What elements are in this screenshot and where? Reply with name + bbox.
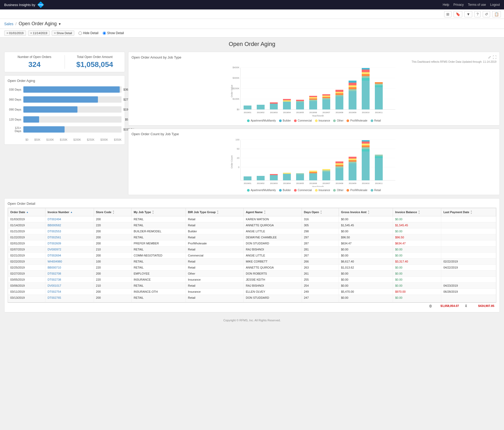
snapshot-button[interactable]: 📋: [492, 11, 501, 17]
invoice-link[interactable]: DT002765: [48, 296, 61, 299]
svg-rect-115: [362, 147, 370, 149]
col-header-invoice-number[interactable]: Invoice Number▲: [45, 208, 94, 216]
col-header-store-code[interactable]: Store Code▲▼: [94, 208, 132, 216]
invoice-link[interactable]: DT002553: [48, 230, 61, 233]
col-header-agent-name[interactable]: Agent Name▲▼: [244, 208, 302, 216]
page-title-dropdown-arrow[interactable]: ▾: [59, 22, 61, 26]
kpi-orders-label: Number of Open Orders: [9, 55, 60, 59]
table-header-row: Order Date▲Invoice Number▲Store Code▲▼My…: [8, 208, 496, 216]
svg-rect-90: [296, 174, 304, 180]
cell-9: 04/23/2019: [441, 283, 496, 289]
bar-track: $155.5K: [23, 126, 122, 133]
invoice-link[interactable]: BB000710: [48, 266, 61, 269]
breadcrumb-parent[interactable]: Sales: [4, 22, 13, 26]
invoice-link[interactable]: BB000582: [48, 224, 61, 227]
cell-7: $96.50: [339, 234, 393, 240]
cell-2: 210: [94, 247, 132, 253]
svg-text:$100K: $100K: [233, 98, 239, 100]
cell-7: $634.47: [339, 240, 393, 247]
legend-item: Builder: [279, 189, 291, 192]
invoice-link[interactable]: DV000972: [48, 248, 61, 251]
hide-detail-label[interactable]: Hide Detail: [78, 31, 98, 35]
col-header-order-date[interactable]: Order Date▲: [8, 208, 45, 216]
invoice-link[interactable]: DT002738: [48, 278, 61, 281]
svg-rect-45: [335, 92, 343, 93]
privacy-link[interactable]: Privacy: [453, 3, 464, 7]
cell-0: 03/13/2019: [8, 295, 45, 301]
logout-link[interactable]: Logout: [490, 3, 500, 7]
invoice-link[interactable]: DT002754: [48, 290, 61, 293]
legend-label: Pro/Wholesale: [350, 189, 367, 192]
cell-1: DT002708: [45, 271, 94, 277]
aging-bar-row: 120 Days $59.2K: [8, 116, 122, 123]
table-row: 03/06/2019DV001017210RETAILRetailRAJ BIS…: [8, 283, 496, 289]
cell-8: $0.00: [393, 216, 441, 222]
invoice-link[interactable]: WH004980: [48, 260, 62, 263]
cell-4: Retail: [186, 295, 244, 301]
invoice-link[interactable]: DT002494: [48, 218, 61, 221]
invoice-link[interactable]: DT002561: [48, 236, 61, 239]
col-header-my-job-type[interactable]: My Job Type▲▼: [132, 208, 186, 216]
col-header-last-payment-date[interactable]: Last Payment Date▲▼: [441, 208, 496, 216]
cell-3: RETAIL: [132, 216, 186, 222]
cell-2: 220: [94, 222, 132, 228]
show-detail-filter[interactable]: = Show Detail: [52, 30, 74, 36]
cell-5: RAJ BISHNOI: [244, 283, 302, 289]
svg-text:Order Value: Order Value: [230, 85, 233, 97]
terms-link[interactable]: Terms of use: [468, 3, 486, 7]
date-start-filter[interactable]: = 01/01/2019: [4, 30, 26, 36]
cell-9: [441, 277, 496, 283]
svg-rect-59: [362, 72, 370, 74]
filter-button[interactable]: ▼: [464, 11, 472, 17]
legend-item: Retail: [371, 189, 381, 192]
cell-5: DEWAYNE CHAMBLEE: [244, 234, 302, 240]
cell-4: Insurance: [186, 277, 244, 283]
invoice-link[interactable]: DV001017: [48, 284, 61, 287]
cell-1: DT002754: [45, 289, 94, 295]
add-button[interactable]: ⊞: [444, 11, 452, 17]
svg-rect-57: [362, 76, 370, 78]
chart1-fullscreen-icon[interactable]: ⛶: [493, 55, 496, 59]
svg-rect-26: [296, 102, 304, 109]
svg-text:$300K: $300K: [233, 77, 239, 79]
cell-1: DT002553: [45, 228, 94, 234]
table-row: 01/22/2019DT002561200RETAILRetailDEWAYNE…: [8, 234, 496, 240]
cell-8: $0.00: [393, 265, 441, 271]
chart1-expand-icon[interactable]: ⤢: [488, 55, 491, 59]
invoice-link[interactable]: DT002708: [48, 272, 61, 275]
date-end-filter[interactable]: = 11/14/2019: [28, 30, 50, 36]
help-button[interactable]: ?: [474, 11, 481, 17]
svg-text:Order Count: Order Count: [230, 155, 233, 169]
refresh-button[interactable]: ↺: [483, 11, 490, 17]
legend-label: Retail: [374, 119, 381, 122]
cell-2: 100: [94, 259, 132, 265]
cell-3: PREFER MEMBER: [132, 240, 186, 247]
legend-dot: [315, 189, 318, 192]
table-wrapper[interactable]: Order Date▲Invoice Number▲Store Code▲▼My…: [8, 208, 496, 302]
svg-rect-43: [335, 95, 343, 96]
col-header-bir-job-type-group[interactable]: BIR Job Type Group▲▼: [186, 208, 244, 216]
col-header-gross-invoice-amt[interactable]: Gross Invoice Amt▲▼: [339, 208, 393, 216]
cell-6: 261: [302, 271, 339, 277]
invoice-link[interactable]: DT002694: [48, 254, 61, 257]
svg-text:2019/11: 2019/11: [375, 182, 383, 185]
help-link[interactable]: Help: [443, 3, 449, 7]
col-header-days-open[interactable]: Days Open▲▼: [302, 208, 339, 216]
cell-3: RETAIL: [132, 295, 186, 301]
svg-rect-64: [375, 85, 383, 87]
bookmark-button[interactable]: 🔖: [454, 11, 462, 17]
hide-detail-radio[interactable]: [78, 32, 82, 35]
cell-2: 200: [94, 240, 132, 247]
col-header-invoice-balance[interactable]: Invoice Balance▲▼: [393, 208, 441, 216]
svg-rect-22: [283, 102, 291, 109]
cell-2: 200: [94, 289, 132, 295]
svg-text:2019/10: 2019/10: [362, 182, 370, 185]
table-row: 03/11/2019DT002754200INSURANCE-OTHInsura…: [8, 289, 496, 295]
invoice-link[interactable]: DT002609: [48, 242, 61, 245]
cell-8: $3,317.40: [393, 259, 441, 265]
show-detail-label[interactable]: Show Detail: [103, 31, 124, 35]
top-section: Number of Open Orders 324 Total Open Ord…: [4, 52, 500, 195]
svg-rect-28: [296, 100, 304, 101]
show-detail-radio[interactable]: [103, 32, 106, 35]
cell-7: $0.00: [339, 216, 393, 222]
